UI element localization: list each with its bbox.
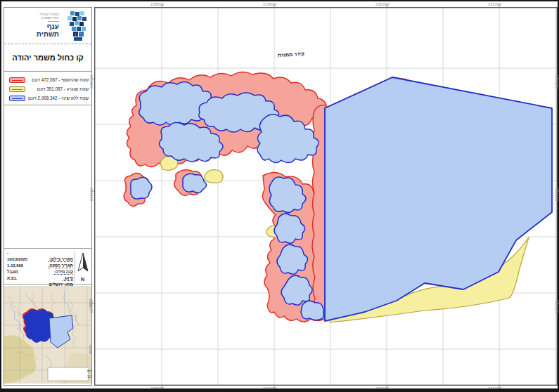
legend-label: שטח שהתווסף - 472.067 דונם <box>32 77 89 82</box>
coord-label-left: 626000 <box>89 74 94 89</box>
legend-item-added: שטח שהתווסף - 472.067 דונם <box>4 76 91 84</box>
org-divider <box>48 21 59 22</box>
coord-label-top: 229000 <box>263 2 277 6</box>
info-labels: תאריך צילום: תאריך הפקה: קנה מידה: סיווג… <box>24 251 73 282</box>
map-sheet: { "header": { "org_line1": "המנהל האזרחי… <box>0 0 559 392</box>
coord-label-top: 231000 <box>488 2 502 6</box>
legend: שטח שהתווסף - 472.067 דונם שטח שנגרע - 3… <box>4 72 91 105</box>
side-panel: המנהל האזרחי יהודה ושומרון ענף תשתית קו … <box>4 7 92 386</box>
legend-label: שטח שנגרע - 351.087 דונם <box>37 86 89 91</box>
title-section: קו כחול משמר יהודה <box>4 45 91 72</box>
logo-section: המנהל האזרחי יהודה ושומרון ענף תשתית <box>4 8 91 44</box>
north-arrow-icon <box>76 251 90 275</box>
legend-swatch-blue <box>9 96 25 101</box>
branch-name-line1: ענף <box>8 23 59 31</box>
legend-label: שטח ללא שינוי - 2,908.342 דונם <box>28 96 89 100</box>
page-title: קו כחול משמר יהודה <box>4 53 91 62</box>
coord-label-left: 625000 <box>89 187 94 201</box>
org-name-line2: יהודה ושומרון <box>8 16 59 20</box>
map-annotation-label: קידר ממזרח <box>278 51 305 58</box>
map-info-box: - 10/13/2025 1:12,000 מוגבל בצ.א. תאריך … <box>4 248 91 285</box>
coord-label-top: 230000 <box>375 2 390 6</box>
map-canvas: קידר ממזרח <box>94 7 558 386</box>
overview-map: רקע: מפה טופוגרפית קנ"מ 1:100,000 625000… <box>4 286 91 384</box>
coord-label-right: 626000 <box>555 74 559 89</box>
branch-name-line2: תשתית <box>8 31 59 39</box>
overview-map-canvas: רקע: מפה טופוגרפית קנ"מ 1:100,000 625000… <box>4 286 91 384</box>
page-sheet: המנהל האזרחי יהודה ושומרון ענף תשתית קו … <box>1 1 558 388</box>
coord-label-left: 624000 <box>89 299 94 313</box>
legend-swatch-red <box>9 77 25 83</box>
main-map: קידר ממזרח <box>94 7 558 386</box>
legend-item-removed: שטח שנגרע - 351.087 דונם <box>4 85 91 93</box>
overview-box-line1: רקע: מפה טופוגרפית <box>87 369 91 373</box>
screenshot-border-top <box>0 0 559 1</box>
legend-item-unchanged: שטח ללא שינוי - 2,908.342 דונם <box>4 94 91 103</box>
infrastructure-branch-logo-icon <box>64 11 88 41</box>
north-arrow: N <box>75 251 90 282</box>
screenshot-border-left <box>0 0 1 392</box>
coord-label-top: 228000 <box>150 2 165 6</box>
north-label: N <box>75 277 90 282</box>
screenshot-border-bottom <box>0 388 559 392</box>
legend-swatch-yellow <box>9 86 25 92</box>
coord-label-right: 624000 <box>555 299 559 313</box>
org-text-block: המנהל האזרחי יהודה ושומרון ענף תשתית <box>8 13 59 38</box>
coord-label-right: 625000 <box>555 187 559 201</box>
overview-box-line2: קנ"מ 1:100,000 <box>87 374 91 379</box>
overview-coord-bottom: 620000 <box>89 345 91 355</box>
